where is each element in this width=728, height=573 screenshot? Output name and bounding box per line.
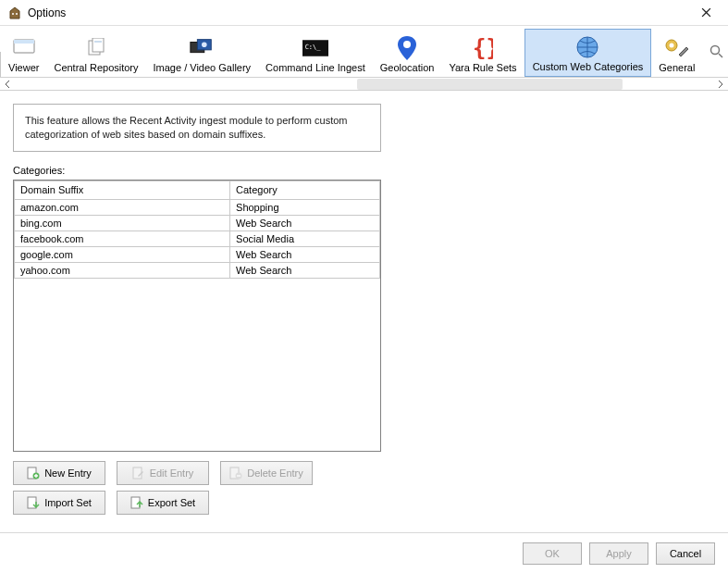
- tab-custom-web-categories[interactable]: Custom Web Categories: [524, 29, 652, 77]
- title-bar: Options: [0, 0, 728, 26]
- gallery-icon: [189, 37, 215, 59]
- col-domain-suffix[interactable]: Domain Suffix: [15, 181, 230, 199]
- svg-rect-20: [133, 467, 142, 479]
- app-icon: [7, 6, 22, 20]
- ok-button[interactable]: OK: [523, 542, 582, 565]
- svg-rect-5: [93, 38, 104, 52]
- delete-file-icon: [229, 467, 242, 480]
- new-entry-button[interactable]: New Entry: [13, 461, 105, 485]
- tab-label: Central Repository: [54, 62, 138, 73]
- button-label: Apply: [606, 548, 632, 559]
- button-label: Edit Entry: [150, 467, 194, 479]
- window-title: Options: [28, 6, 691, 19]
- svg-point-16: [669, 44, 673, 48]
- cell-domain-suffix: google.com: [15, 246, 230, 262]
- svg-point-0: [12, 13, 14, 15]
- geolocation-icon: [394, 37, 420, 59]
- tab-strip: Viewer Central Repository Image / Video …: [0, 26, 728, 78]
- cancel-button[interactable]: Cancel: [656, 542, 715, 565]
- general-icon: [664, 37, 690, 59]
- button-label: OK: [545, 548, 560, 559]
- table-row[interactable]: facebook.comSocial Media: [15, 230, 380, 246]
- svg-point-17: [711, 46, 720, 55]
- tab-label: Image / Video Gallery: [154, 62, 252, 73]
- scroll-thumb[interactable]: [357, 79, 623, 90]
- tab-viewer[interactable]: Viewer: [1, 29, 46, 77]
- button-label: Export Set: [148, 497, 195, 508]
- table-row[interactable]: amazon.comShopping: [15, 199, 380, 215]
- tab-label: Command Line Ingest: [265, 62, 365, 73]
- button-label: Import Set: [44, 497, 92, 508]
- tab-label: General: [659, 62, 695, 73]
- svg-text:{}: {}: [473, 37, 493, 59]
- tab-geolocation[interactable]: Geolocation: [373, 29, 442, 77]
- tab-yara-rule-sets[interactable]: {} Yara Rule Sets: [441, 29, 524, 77]
- button-row-1: New Entry Edit Entry Delete Entry: [13, 461, 715, 485]
- cell-domain-suffix: yahoo.com: [15, 262, 230, 278]
- cell-domain-suffix: facebook.com: [15, 230, 230, 246]
- tab-scroll: [0, 78, 728, 91]
- cell-category: Web Search: [230, 215, 380, 230]
- apply-button[interactable]: Apply: [589, 542, 648, 565]
- cell-category: Web Search: [230, 246, 380, 262]
- dialog-footer: OK Apply Cancel: [0, 532, 728, 573]
- tab-label: Yara Rule Sets: [449, 62, 516, 73]
- button-label: New Entry: [44, 467, 92, 479]
- categories-label: Categories:: [13, 165, 715, 176]
- button-row-2: Import Set Export Set: [13, 491, 715, 515]
- categories-table: Domain Suffix Category amazon.comShoppin…: [13, 180, 381, 452]
- content-panel: This feature allows the Recent Activity …: [0, 91, 728, 515]
- feature-description: This feature allows the Recent Activity …: [13, 104, 381, 152]
- cell-domain-suffix: amazon.com: [15, 199, 230, 215]
- close-button[interactable]: [691, 2, 721, 24]
- export-set-button[interactable]: Export Set: [117, 491, 209, 515]
- svg-rect-6: [94, 41, 102, 43]
- tab-image-video-gallery[interactable]: Image / Video Gallery: [146, 29, 259, 77]
- delete-entry-button[interactable]: Delete Entry: [220, 461, 313, 485]
- button-label: Delete Entry: [247, 467, 303, 479]
- col-category[interactable]: Category: [230, 181, 380, 199]
- globe-icon: [574, 36, 600, 58]
- scroll-track[interactable]: [15, 78, 713, 91]
- viewer-icon: [11, 37, 37, 59]
- tab-general[interactable]: General: [651, 29, 702, 77]
- cli-icon: C:\_: [302, 37, 328, 59]
- yara-icon: {}: [470, 37, 496, 59]
- svg-rect-3: [14, 40, 34, 44]
- edit-entry-button[interactable]: Edit Entry: [117, 461, 209, 485]
- search-area: [702, 29, 728, 77]
- tab-label: Viewer: [8, 62, 39, 73]
- table-row[interactable]: bing.comWeb Search: [15, 215, 380, 230]
- scroll-right-icon[interactable]: [713, 79, 728, 90]
- cell-domain-suffix: bing.com: [15, 215, 230, 230]
- repository-icon: [83, 37, 109, 59]
- svg-text:C:\_: C:\_: [305, 44, 322, 51]
- cell-category: Social Media: [230, 230, 380, 246]
- add-file-icon: [27, 467, 40, 480]
- table-row[interactable]: yahoo.comWeb Search: [15, 262, 380, 278]
- table-header-row: Domain Suffix Category: [15, 181, 380, 199]
- table-row[interactable]: google.comWeb Search: [15, 246, 380, 262]
- edit-file-icon: [132, 467, 145, 480]
- tab-command-line-ingest[interactable]: C:\_ Command Line Ingest: [258, 29, 373, 77]
- button-label: Cancel: [670, 548, 701, 559]
- svg-point-1: [16, 13, 18, 15]
- export-icon: [130, 496, 143, 509]
- import-set-button[interactable]: Import Set: [13, 491, 105, 515]
- search-icon[interactable]: [709, 44, 724, 61]
- svg-point-9: [202, 42, 207, 47]
- cell-category: Web Search: [230, 262, 380, 278]
- tab-central-repository[interactable]: Central Repository: [46, 29, 145, 77]
- tab-label: Geolocation: [380, 62, 435, 73]
- import-icon: [27, 496, 40, 509]
- svg-point-12: [403, 41, 411, 48]
- cell-category: Shopping: [230, 199, 380, 215]
- tab-label: Custom Web Categories: [533, 61, 644, 72]
- scroll-left-icon[interactable]: [0, 79, 15, 90]
